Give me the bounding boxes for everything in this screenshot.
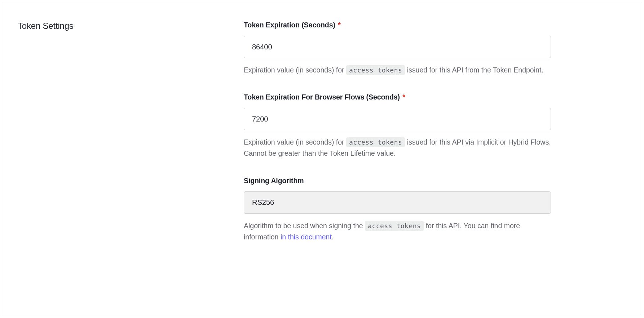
token-expiration-browser-label-text: Token Expiration For Browser Flows (Seco… [244, 93, 400, 101]
help-text-suffix: issued for this API from the Token Endpo… [405, 66, 543, 74]
signing-algorithm-help: Algorithm to be used when signing the ac… [244, 220, 551, 243]
section-title-column: Token Settings [18, 21, 244, 295]
token-expiration-group: Token Expiration (Seconds) * Expiration … [244, 21, 551, 76]
token-settings-panel: Token Settings Token Expiration (Seconds… [1, 1, 643, 317]
help-text-end: . [332, 233, 334, 241]
help-text-prefix: Expiration value (in seconds) for [244, 66, 346, 74]
signing-algorithm-group: Signing Algorithm Algorithm to be used w… [244, 177, 551, 243]
token-expiration-browser-group: Token Expiration For Browser Flows (Seco… [244, 93, 551, 159]
token-expiration-label: Token Expiration (Seconds) * [244, 21, 551, 29]
token-expiration-help: Expiration value (in seconds) for access… [244, 65, 551, 76]
token-expiration-browser-label: Token Expiration For Browser Flows (Seco… [244, 93, 551, 101]
access-tokens-badge: access tokens [365, 221, 424, 231]
signing-algorithm-label: Signing Algorithm [244, 177, 551, 185]
signing-algorithm-input [244, 191, 551, 214]
token-expiration-browser-help: Expiration value (in seconds) for access… [244, 137, 551, 159]
token-expiration-label-text: Token Expiration (Seconds) [244, 21, 335, 29]
required-mark: * [402, 93, 405, 101]
access-tokens-badge: access tokens [346, 65, 405, 75]
token-expiration-input[interactable] [244, 36, 551, 58]
form-column: Token Expiration (Seconds) * Expiration … [244, 21, 551, 295]
required-mark: * [338, 21, 341, 29]
help-text-prefix: Algorithm to be used when signing the [244, 222, 365, 230]
section-title: Token Settings [18, 21, 244, 31]
help-text-prefix: Expiration value (in seconds) for [244, 138, 346, 146]
signing-algorithm-label-text: Signing Algorithm [244, 177, 304, 185]
signing-algorithm-doc-link[interactable]: in this document [281, 233, 332, 241]
token-expiration-browser-input[interactable] [244, 108, 551, 130]
access-tokens-badge: access tokens [346, 137, 405, 147]
